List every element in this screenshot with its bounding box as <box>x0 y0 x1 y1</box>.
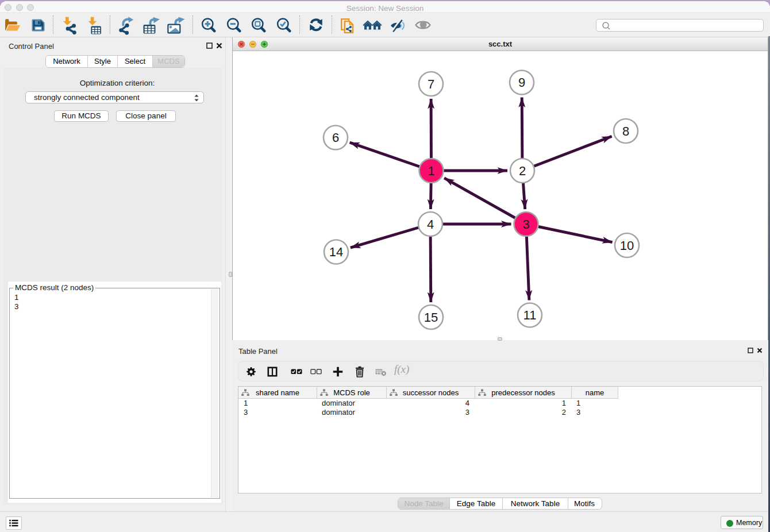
svg-text:2: 2 <box>519 164 526 178</box>
svg-text:11: 11 <box>523 308 537 322</box>
svg-text:9: 9 <box>518 75 525 90</box>
svg-text:10: 10 <box>620 238 634 253</box>
svg-text:6: 6 <box>332 130 339 145</box>
svg-text:4: 4 <box>427 217 434 232</box>
svg-text:1: 1 <box>428 164 434 178</box>
svg-text:7: 7 <box>428 77 434 91</box>
svg-text:8: 8 <box>622 124 629 138</box>
svg-text:14: 14 <box>329 245 343 259</box>
svg-text:3: 3 <box>522 217 529 232</box>
svg-text:15: 15 <box>424 310 438 325</box>
